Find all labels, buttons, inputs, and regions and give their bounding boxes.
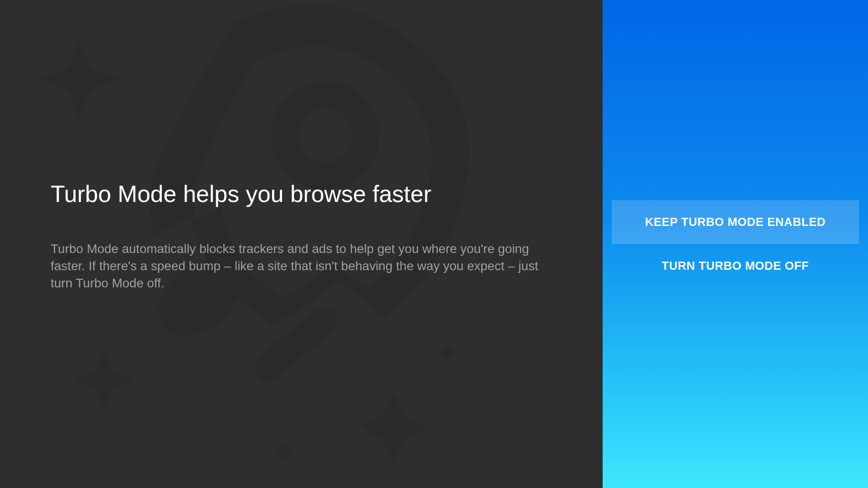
page-description: Turbo Mode automatically blocks trackers…	[51, 240, 552, 291]
svg-rect-1	[249, 302, 342, 387]
turn-turbo-off-button[interactable]: TURN TURBO MODE OFF	[612, 244, 859, 288]
svg-point-3	[441, 346, 454, 359]
turbo-mode-dialog: Turbo Mode helps you browse faster Turbo…	[0, 0, 868, 488]
button-group: KEEP TURBO MODE ENABLED TURN TURBO MODE …	[612, 200, 859, 288]
page-title: Turbo Mode helps you browse faster	[51, 180, 552, 208]
info-panel: Turbo Mode helps you browse faster Turbo…	[0, 0, 603, 488]
svg-point-2	[277, 444, 293, 460]
keep-turbo-enabled-button[interactable]: KEEP TURBO MODE ENABLED	[612, 200, 859, 244]
action-panel: KEEP TURBO MODE ENABLED TURN TURBO MODE …	[603, 0, 868, 488]
